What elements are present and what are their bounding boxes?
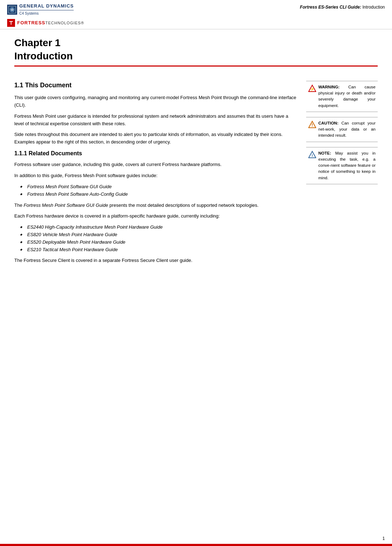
chapter-name: Introduction xyxy=(14,50,378,63)
bullet-list-2: ES2440 High-Capacity Infrastructure Mesh… xyxy=(21,224,299,253)
caution-header: ! CAUTION: Can corrupt your net-work, yo… xyxy=(308,120,376,139)
section-1-1-para-3: Side notes throughout this document are … xyxy=(14,131,299,146)
gd-logo: GENERAL DYNAMICS C4 Systems xyxy=(7,3,84,16)
note-notice: i NOTE: May assist you in executing the … xyxy=(306,147,378,184)
gd-division: C4 Systems xyxy=(19,11,74,16)
caution-text: CAUTION: Can corrupt your net-work, your… xyxy=(318,120,376,139)
warning-header: ⚡ WARNING: Can cause physical injury or … xyxy=(308,84,376,109)
note-header: i NOTE: May assist you in executing the … xyxy=(308,150,376,181)
bullet-list-1: Fortress Mesh Point Software GUI Guide F… xyxy=(21,183,299,198)
gd-logo-text: GENERAL DYNAMICS C4 Systems xyxy=(19,3,74,16)
section-1-1-1-para-1: Fortress software user guidance, includi… xyxy=(14,161,299,169)
notices-sidebar: ⚡ WARNING: Can cause physical injury or … xyxy=(306,81,378,268)
section-1-1-main: 1.1 This Document This user guide covers… xyxy=(14,81,299,268)
section-1-1-1-para-mid2: Each Fortress hardware device is covered… xyxy=(14,213,299,220)
section-1-1-row: 1.1 This Document This user guide covers… xyxy=(14,81,378,268)
list-item: Fortress Mesh Point Software GUI Guide xyxy=(21,183,299,191)
gd-company-name: GENERAL DYNAMICS xyxy=(19,3,74,9)
svg-text:⚡: ⚡ xyxy=(310,87,315,92)
guide-title-plain: Introduction xyxy=(361,5,385,10)
list-item: Fortress Mesh Point Software Auto-Config… xyxy=(21,191,299,198)
fortress-brand: FORTRESSTECHNOLOGIES® xyxy=(17,20,84,26)
svg-text:i: i xyxy=(312,153,313,157)
note-text: NOTE: May assist you in executing the ta… xyxy=(318,150,376,181)
section-1-1-heading: 1.1 This Document xyxy=(14,81,299,90)
gd-logo-icon xyxy=(7,5,17,15)
section-1-1-para-1: This user guide covers configuring, mana… xyxy=(14,94,299,109)
caution-notice: ! CAUTION: Can corrupt your net-work, yo… xyxy=(306,117,378,142)
caution-icon: ! xyxy=(308,121,316,130)
section-1-1-1-heading: 1.1.1 Related Documents xyxy=(14,150,299,157)
svg-text:!: ! xyxy=(312,122,313,128)
page-header: GENERAL DYNAMICS C4 Systems FORTRESSTECH… xyxy=(0,0,392,29)
logos-container: GENERAL DYNAMICS C4 Systems FORTRESSTECH… xyxy=(7,3,84,27)
section-1-1-1-para-end: The Fortress Secure Client is covered in… xyxy=(14,257,299,264)
warning-icon: ⚡ xyxy=(308,84,316,93)
list-item: ES520 Deployable Mesh Point Hardware Gui… xyxy=(21,239,299,246)
note-icon: i xyxy=(308,151,316,160)
section-1-1-para-2: Fortress Mesh Point user guidance is int… xyxy=(14,113,299,128)
section-1-1-1-para-2: In addition to this guide, Fortress Mesh… xyxy=(14,172,299,180)
list-item: ES210 Tactical Mesh Point Hardware Guide xyxy=(21,246,299,254)
list-item: ES2440 High-Capacity Infrastructure Mesh… xyxy=(21,224,299,231)
main-content: Chapter 1 Introduction 1.1 This Document… xyxy=(0,29,392,293)
section-1-1-1-para-mid1: The Fortress Mesh Point Software GUI Gui… xyxy=(14,202,299,209)
chapter-number: Chapter 1 xyxy=(14,36,378,49)
warning-notice: ⚡ WARNING: Can cause physical injury or … xyxy=(306,81,378,112)
guide-title-italic: Fortress ES-Series CLI Guide: xyxy=(300,5,361,10)
warning-text: WARNING: Can cause physical injury or de… xyxy=(318,84,376,109)
chapter-title: Chapter 1 Introduction xyxy=(14,36,378,67)
header-guide-info: Fortress ES-Series CLI Guide: Introducti… xyxy=(300,3,385,10)
list-item: ES820 Vehicle Mesh Point Hardware Guide xyxy=(21,231,299,239)
fortress-logo-icon xyxy=(7,19,15,27)
fortress-logo: FORTRESSTECHNOLOGIES® xyxy=(7,19,84,27)
